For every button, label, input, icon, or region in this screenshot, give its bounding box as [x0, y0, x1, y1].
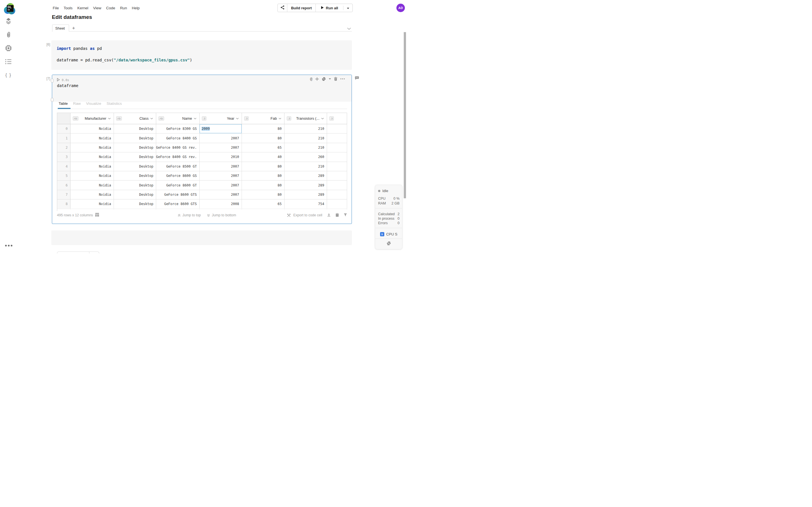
copy-clipboard-icon[interactable] — [336, 213, 339, 218]
row-index[interactable]: 5 — [57, 171, 70, 180]
table-cell[interactable]: Nvidia — [70, 152, 114, 162]
table-cell[interactable]: 210 — [285, 124, 327, 133]
table-cell[interactable]: 80 — [242, 162, 285, 171]
column-header-partial[interactable]: .3 — [327, 113, 347, 124]
row-index[interactable]: 1 — [57, 133, 70, 143]
table-cell[interactable] — [327, 133, 347, 143]
table-cell[interactable]: 80 — [242, 190, 285, 200]
jump-to-top-button[interactable]: Jump to top — [177, 213, 201, 217]
tab-sheet[interactable]: Sheet — [52, 24, 69, 32]
menu-view[interactable]: View — [93, 6, 101, 10]
table-cell[interactable]: 80 — [242, 133, 285, 143]
table-cell[interactable]: 754 — [285, 200, 327, 209]
python-kernel-icon[interactable] — [375, 241, 402, 245]
run-all-button[interactable]: Run all — [316, 4, 343, 12]
table-cell[interactable]: 210 — [285, 133, 327, 143]
download-icon[interactable] — [327, 213, 331, 217]
table-cell[interactable]: Nvidia — [70, 143, 114, 152]
python-cell-type-icon[interactable] — [322, 76, 326, 81]
code-cell-import[interactable]: import pandas as pd dataframe = pd.read_… — [51, 40, 352, 70]
table-cell[interactable]: GeForce 8500 GT — [156, 162, 200, 171]
table-cell[interactable]: 2007 — [200, 162, 242, 171]
columns-icon[interactable] — [95, 213, 99, 217]
menu-run[interactable]: Run — [120, 6, 127, 10]
machine-selector[interactable]: S CPU S — [375, 232, 402, 236]
table-cell[interactable]: Nvidia — [70, 133, 114, 143]
run-cell-icon[interactable] — [57, 77, 60, 82]
run-options-caret-button[interactable] — [343, 4, 352, 12]
table-cell[interactable]: GeForce 8600 GTS — [156, 200, 200, 209]
column-header-manufacturer[interactable]: AbManufacturer — [70, 113, 114, 124]
table-cell[interactable]: 80 — [242, 124, 285, 133]
table-cell[interactable]: Nvidia — [70, 200, 114, 209]
jump-to-bottom-button[interactable]: Jump to bottom — [207, 213, 236, 217]
row-index[interactable]: 2 — [57, 143, 70, 152]
chevron-down-icon[interactable] — [236, 118, 239, 119]
table-cell[interactable]: Desktop — [114, 180, 156, 190]
table-cell[interactable]: Desktop — [114, 133, 156, 143]
partial-bottom-widget[interactable] — [57, 251, 99, 253]
add-sheet-button[interactable]: + — [72, 25, 75, 31]
table-cell[interactable]: 2010 — [200, 152, 242, 162]
table-cell[interactable]: 2007 — [200, 180, 242, 190]
cell-input-area[interactable] — [52, 75, 352, 102]
chevron-down-icon[interactable] — [150, 118, 153, 119]
table-cell[interactable]: GeForce 8600 GS — [156, 171, 200, 180]
ai-assistant-icon[interactable]: @ — [310, 76, 312, 81]
column-header-year[interactable]: .3Year — [200, 113, 242, 124]
table-cell[interactable]: 40 — [242, 152, 285, 162]
chevron-down-icon[interactable] — [278, 118, 282, 119]
delete-cell-icon[interactable] — [334, 76, 338, 81]
avatar[interactable]: AD — [396, 4, 405, 12]
chevron-down-icon[interactable] — [321, 118, 324, 119]
comment-bubble-icon[interactable] — [355, 76, 359, 81]
table-cell[interactable]: Desktop — [114, 171, 156, 180]
column-header-class[interactable]: AbClass — [114, 113, 156, 124]
table-cell[interactable] — [327, 190, 347, 200]
row-index[interactable]: 3 — [57, 152, 70, 162]
collapse-sheet-chevron-icon[interactable] — [347, 26, 351, 31]
menu-help[interactable]: Help — [132, 6, 140, 10]
table-cell[interactable]: Desktop — [114, 124, 156, 133]
table-cell[interactable]: Desktop — [114, 143, 156, 152]
cell-code[interactable]: dataframe — [57, 83, 79, 88]
table-cell[interactable]: 65 — [242, 143, 285, 152]
table-cell[interactable] — [327, 143, 347, 152]
table-cell[interactable]: 2007 — [200, 143, 242, 152]
table-cell[interactable]: Nvidia — [70, 190, 114, 200]
table-cell[interactable]: Nvidia — [70, 180, 114, 190]
menu-kernel[interactable]: Kernel — [77, 6, 88, 10]
table-cell[interactable]: Desktop — [114, 200, 156, 209]
table-cell[interactable]: 260 — [285, 152, 327, 162]
next-empty-cell[interactable] — [51, 230, 352, 245]
environment-chip-icon[interactable] — [5, 45, 12, 52]
outline-list-icon[interactable] — [5, 58, 12, 65]
layers-icon[interactable] — [5, 17, 12, 24]
chevron-down-icon[interactable] — [108, 118, 111, 119]
table-cell[interactable]: 2007 — [200, 190, 242, 200]
build-report-button[interactable]: Build report — [287, 4, 316, 12]
table-cell[interactable]: 210 — [285, 143, 327, 152]
table-cell[interactable]: 2007 — [200, 171, 242, 180]
table-cell[interactable]: 289 — [285, 180, 327, 190]
filter-icon[interactable] — [344, 213, 347, 217]
menu-code[interactable]: Code — [106, 6, 115, 10]
share-button[interactable] — [278, 4, 287, 12]
table-cell[interactable]: Desktop — [114, 152, 156, 162]
table-cell[interactable]: 210 — [285, 162, 327, 171]
table-cell[interactable] — [327, 171, 347, 180]
table-cell[interactable] — [327, 124, 347, 133]
table-cell[interactable] — [327, 180, 347, 190]
table-cell[interactable]: Nvidia — [70, 124, 114, 133]
tab-statistics[interactable]: Statistics — [107, 101, 122, 106]
table-cell[interactable]: Nvidia — [70, 171, 114, 180]
cell-more-icon[interactable] — [340, 76, 345, 81]
chevron-down-icon[interactable] — [194, 118, 197, 119]
datalore-logo[interactable]: DL — [4, 3, 15, 14]
table-cell[interactable] — [327, 200, 347, 209]
table-cell[interactable]: 80 — [242, 180, 285, 190]
row-index[interactable]: 7 — [57, 190, 70, 200]
tab-visualize[interactable]: Visualize — [86, 101, 101, 106]
table-cell[interactable]: Nvidia — [70, 162, 114, 171]
attachments-icon[interactable] — [5, 31, 12, 38]
